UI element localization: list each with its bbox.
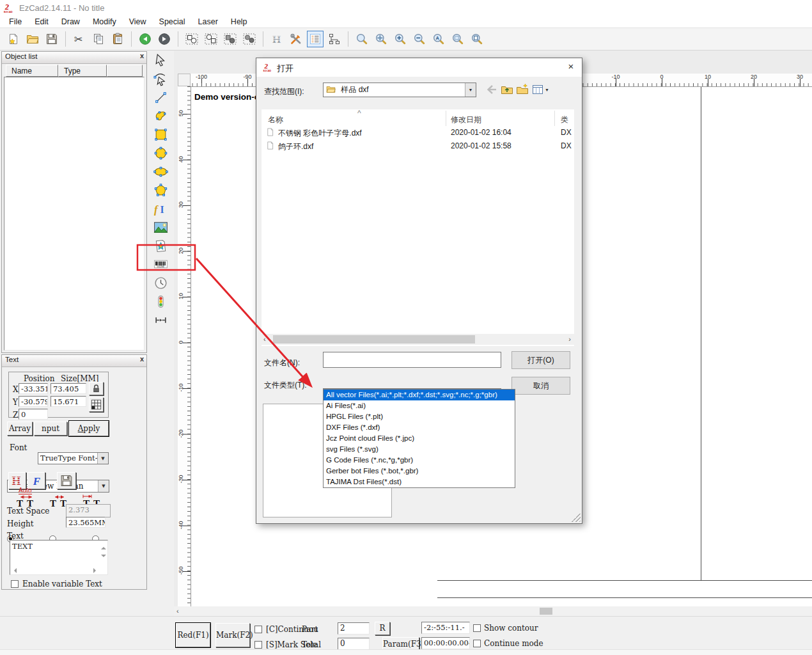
file-type-option[interactable]: Jcz Point cloud Files (*.jpc) — [324, 433, 515, 444]
new-file-button[interactable] — [5, 31, 22, 47]
z-position-field[interactable]: 0 — [19, 409, 48, 420]
y-position-field[interactable]: -30.579 — [19, 396, 48, 407]
object-list-body[interactable] — [4, 77, 144, 351]
view-menu-button[interactable] — [531, 83, 544, 96]
canvas-horizontal-scrollbar[interactable]: ‹ — [174, 606, 812, 616]
redo-button[interactable] — [156, 31, 173, 47]
polygon-tool[interactable] — [151, 182, 170, 199]
dialog-close-icon[interactable]: × — [561, 58, 581, 75]
text-tool[interactable]: fI — [151, 200, 170, 217]
scroll-left-icon[interactable]: ‹ — [263, 335, 266, 343]
menu-help[interactable]: Help — [224, 16, 254, 28]
line-tool[interactable] — [151, 89, 170, 106]
zoom-window-button[interactable] — [354, 31, 370, 47]
file-name-input[interactable] — [323, 352, 501, 368]
file-type-option[interactable]: Gerber bot Files (*.bot,*.gbr) — [324, 466, 515, 477]
ungroup-button[interactable] — [203, 31, 219, 47]
text-content-textarea[interactable]: TEXT — [10, 540, 108, 575]
scroll-right-icon[interactable]: › — [568, 335, 571, 343]
array-button[interactable]: Array — [7, 422, 33, 436]
reset-count-button[interactable]: R — [375, 622, 390, 635]
file-type-option[interactable]: svg Files (*.svg) — [324, 444, 515, 455]
scroll-left-icon[interactable]: ‹ — [176, 607, 179, 615]
save-file-button[interactable] — [43, 31, 60, 47]
group-button[interactable] — [183, 31, 200, 47]
file-list-scrollbar[interactable]: ‹ › — [262, 334, 574, 345]
new-folder-button[interactable] — [516, 83, 529, 96]
delay-tool[interactable] — [151, 274, 170, 292]
select-tool[interactable] — [151, 52, 170, 69]
red-light-button[interactable]: Red(F1) — [176, 623, 210, 647]
circle-tool[interactable] — [151, 145, 170, 162]
signal-tool[interactable] — [151, 293, 170, 310]
scroll-down-icon[interactable] — [101, 555, 106, 560]
up-one-level-button[interactable] — [501, 83, 513, 96]
chevron-down-icon[interactable]: ▼ — [465, 83, 476, 97]
scroll-up-icon[interactable] — [101, 544, 106, 549]
vector-file-tool[interactable] — [151, 237, 170, 255]
undo-button[interactable] — [137, 31, 153, 47]
apply-button[interactable]: Apply — [69, 421, 109, 436]
font-type-select[interactable]: TrueType Font-15▼ — [38, 452, 109, 464]
menu-special[interactable]: Special — [153, 16, 192, 28]
y-size-field[interactable]: 15.671 — [51, 396, 86, 407]
menu-draw[interactable]: Draw — [55, 16, 86, 28]
save-font-params-button[interactable] — [57, 472, 76, 489]
total-count-field[interactable]: 0 — [338, 638, 370, 650]
close-icon[interactable]: x — [140, 52, 144, 59]
menu-view[interactable]: View — [123, 16, 153, 28]
name-column-header[interactable]: 名称 — [268, 114, 283, 125]
look-in-select[interactable]: 样品 dxf ▼ — [323, 83, 476, 97]
date-column-header[interactable]: 修改日期 — [451, 114, 481, 125]
zoom-auto-button[interactable]: A — [430, 31, 447, 47]
cut-button[interactable]: ✂ — [71, 31, 88, 47]
column-header-name[interactable]: Name — [6, 65, 58, 77]
paste-button[interactable] — [109, 31, 126, 47]
object-properties-button[interactable] — [307, 31, 324, 47]
ellipse-tool[interactable] — [151, 163, 170, 180]
file-type-option[interactable]: Ai Files(*.ai) — [324, 400, 515, 411]
object-structure-button[interactable] — [326, 31, 343, 47]
anchor-grid-button[interactable] — [89, 397, 104, 412]
scroll-left-icon[interactable] — [12, 568, 17, 573]
enable-variable-text-checkbox[interactable] — [11, 580, 19, 588]
mark-button[interactable]: Mark(F2) — [215, 623, 250, 647]
resize-grip[interactable] — [572, 513, 581, 522]
zoom-out-button[interactable] — [411, 31, 428, 47]
file-type-option[interactable]: G Code Files (*.nc,*g,*gbr) — [324, 455, 515, 466]
hatch-button[interactable]: H — [269, 31, 285, 47]
scroll-right-icon[interactable] — [93, 568, 98, 573]
copy-button[interactable] — [90, 31, 107, 47]
column-header-type[interactable]: Type — [58, 65, 107, 77]
column-divider[interactable] — [554, 111, 555, 126]
x-position-field[interactable]: -33.351 — [19, 383, 48, 394]
chevron-down-icon[interactable]: ▼ — [98, 480, 109, 492]
lock-aspect-button[interactable] — [89, 382, 104, 395]
menu-edit[interactable]: Edit — [28, 16, 55, 28]
uncombine-button[interactable] — [241, 31, 258, 47]
open-file-button[interactable] — [24, 31, 41, 47]
bitmap-tool[interactable] — [151, 219, 170, 236]
file-row[interactable]: 不锈钢 彩色叶子字母.dxf2020-01-02 16:04DX — [262, 126, 574, 139]
rectangle-tool[interactable] — [151, 126, 170, 143]
zoom-move-button[interactable] — [373, 31, 389, 47]
open-button[interactable]: 打开(O) — [511, 351, 570, 369]
zoom-page-button[interactable] — [469, 31, 485, 47]
view-menu-chevron-icon[interactable]: ▼ — [545, 88, 549, 92]
zoom-in-button[interactable] — [392, 31, 409, 47]
menu-laser[interactable]: Laser — [192, 16, 224, 28]
cancel-button[interactable]: 取消 — [511, 377, 570, 395]
barcode-tool[interactable]: 01234 — [151, 256, 170, 273]
combine-button[interactable] — [222, 31, 238, 47]
back-button[interactable] — [485, 83, 498, 96]
continuous-checkbox[interactable] — [254, 626, 262, 633]
file-type-option[interactable]: All vector Files(*.ai;*.plt;*.dxf;*.dst;… — [324, 390, 515, 400]
system-tools-button[interactable] — [288, 31, 304, 47]
part-count-field[interactable]: 2 — [338, 622, 370, 635]
close-icon[interactable]: x — [140, 355, 144, 363]
io-port-tool[interactable] — [151, 312, 170, 329]
x-size-field[interactable]: 73.405 — [51, 383, 86, 394]
show-contour-checkbox[interactable] — [473, 624, 481, 632]
input-port-button[interactable]: nput Por — [34, 422, 67, 436]
file-type-option[interactable]: DXF Files (*.dxf) — [324, 422, 515, 433]
